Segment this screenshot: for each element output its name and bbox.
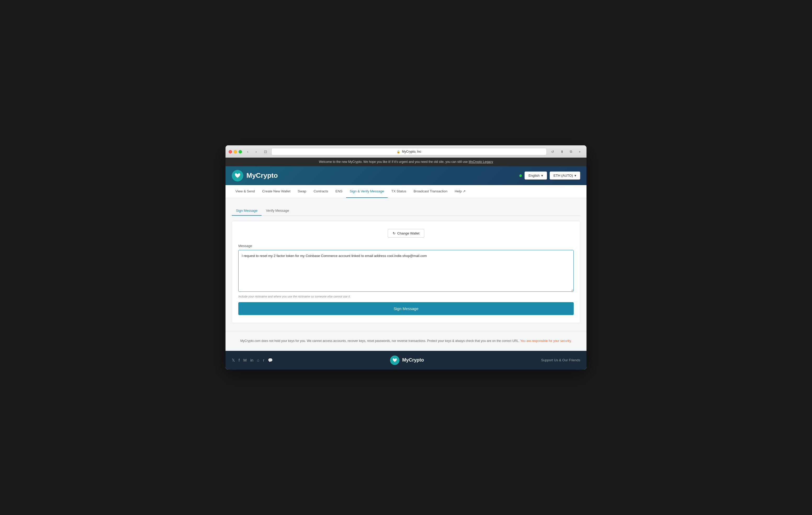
browser-nav-buttons: ‹ › xyxy=(244,149,260,154)
footer-disclaimer: MyCrypto.com does not hold your keys for… xyxy=(226,331,586,351)
logo-text: MyCrypto xyxy=(246,172,278,180)
message-label: Message xyxy=(238,244,574,248)
nav-view-send[interactable]: View & Send xyxy=(232,185,258,198)
announcement-bar: Welcome to the new MyCrypto. We hope you… xyxy=(226,158,586,166)
nav-sign-verify[interactable]: Sign & Verify Message xyxy=(346,185,388,198)
medium-icon[interactable]: M xyxy=(243,358,247,362)
logo-icon xyxy=(232,170,243,181)
footer-logo-text: MyCrypto xyxy=(402,357,424,363)
network-label: ETH (AUTO) xyxy=(554,174,573,178)
network-button[interactable]: ETH (AUTO) ▾ xyxy=(550,172,580,180)
sign-message-card: ↻ Change Wallet Message Include your nic… xyxy=(232,221,580,323)
language-button[interactable]: English ▾ xyxy=(524,172,547,180)
github-icon[interactable]: ⌂ xyxy=(257,358,259,362)
main-content: Sign Message Verify Message ↻ Change Wal… xyxy=(226,198,586,331)
footer-logo: MyCrypto xyxy=(390,356,424,365)
message-field-container: Message Include your nickname and where … xyxy=(238,244,574,298)
app-footer: 𝕏 f M in ⌂ r 💬 MyCrypto Support Us & Our… xyxy=(226,351,586,370)
announcement-text: Welcome to the new MyCrypto. We hope you… xyxy=(319,160,468,164)
back-button[interactable]: ‹ xyxy=(244,149,252,154)
minimize-button[interactable] xyxy=(234,150,237,153)
nav-ens[interactable]: ENS xyxy=(332,185,346,198)
message-textarea[interactable] xyxy=(238,250,574,292)
header-right: English ▾ ETH (AUTO) ▾ xyxy=(519,172,580,180)
content-tabs: Sign Message Verify Message xyxy=(232,206,580,216)
tab-sign-message[interactable]: Sign Message xyxy=(232,206,262,216)
close-button[interactable] xyxy=(229,150,232,153)
share-button[interactable]: ⬆ xyxy=(558,149,566,154)
nav-help[interactable]: Help ↗ xyxy=(451,185,469,198)
sign-message-button[interactable]: Sign Message xyxy=(238,302,574,315)
nav-bar: View & Send Create New Wallet Swap Contr… xyxy=(226,185,586,198)
chevron-down-icon-network: ▾ xyxy=(575,174,576,178)
nav-contracts[interactable]: Contracts xyxy=(310,185,332,198)
facebook-icon[interactable]: f xyxy=(239,358,240,362)
security-link[interactable]: You are responsible for your security. xyxy=(520,339,572,343)
twitter-icon[interactable]: 𝕏 xyxy=(232,358,235,363)
footer-social: 𝕏 f M in ⌂ r 💬 xyxy=(232,358,273,363)
sidebar-button[interactable]: ⊡ xyxy=(262,149,269,154)
support-link[interactable]: Support Us & Our Friends xyxy=(541,358,580,362)
discord-icon[interactable]: 💬 xyxy=(268,358,273,363)
status-dot xyxy=(519,174,522,177)
maximize-button[interactable] xyxy=(239,150,242,153)
change-wallet-button[interactable]: ↻ Change Wallet xyxy=(388,229,425,238)
helper-text: Include your nickname and where you use … xyxy=(238,295,574,298)
reload-button[interactable]: ↺ xyxy=(549,149,556,154)
browser-window: ‹ › ⊡ 🔒 MyCrypto, Inc ↺ ⬆ ⧉ + Welcome to… xyxy=(226,145,586,370)
language-label: English xyxy=(528,174,540,178)
change-wallet-container: ↻ Change Wallet xyxy=(238,229,574,238)
logo-area: MyCrypto xyxy=(232,170,278,181)
browser-actions: ⬆ ⧉ + xyxy=(558,149,583,154)
linkedin-icon[interactable]: in xyxy=(250,358,254,362)
disclaimer-text: MyCrypto.com does not hold your keys for… xyxy=(240,339,520,343)
add-tab-button[interactable]: + xyxy=(576,149,583,154)
nav-swap[interactable]: Swap xyxy=(294,185,310,198)
forward-button[interactable]: › xyxy=(253,149,260,154)
refresh-icon: ↻ xyxy=(393,231,396,235)
lock-icon: 🔒 xyxy=(397,150,400,153)
reddit-icon[interactable]: r xyxy=(263,358,264,362)
legacy-link[interactable]: MyCrypto Legacy xyxy=(468,160,493,164)
address-bar[interactable]: 🔒 MyCrypto, Inc xyxy=(271,148,547,155)
nav-create-wallet[interactable]: Create New Wallet xyxy=(258,185,294,198)
tab-button[interactable]: ⧉ xyxy=(567,149,575,154)
nav-broadcast[interactable]: Broadcast Transaction xyxy=(410,185,451,198)
tab-verify-message[interactable]: Verify Message xyxy=(262,206,293,216)
url-text: MyCrypto, Inc xyxy=(402,150,421,153)
app-header: MyCrypto English ▾ ETH (AUTO) ▾ xyxy=(226,166,586,185)
chevron-down-icon: ▾ xyxy=(541,174,543,178)
footer-logo-icon xyxy=(390,356,400,365)
nav-tx-status[interactable]: TX Status xyxy=(388,185,410,198)
browser-chrome: ‹ › ⊡ 🔒 MyCrypto, Inc ↺ ⬆ ⧉ + xyxy=(226,145,586,158)
change-wallet-label: Change Wallet xyxy=(397,231,419,235)
traffic-lights xyxy=(229,150,242,153)
